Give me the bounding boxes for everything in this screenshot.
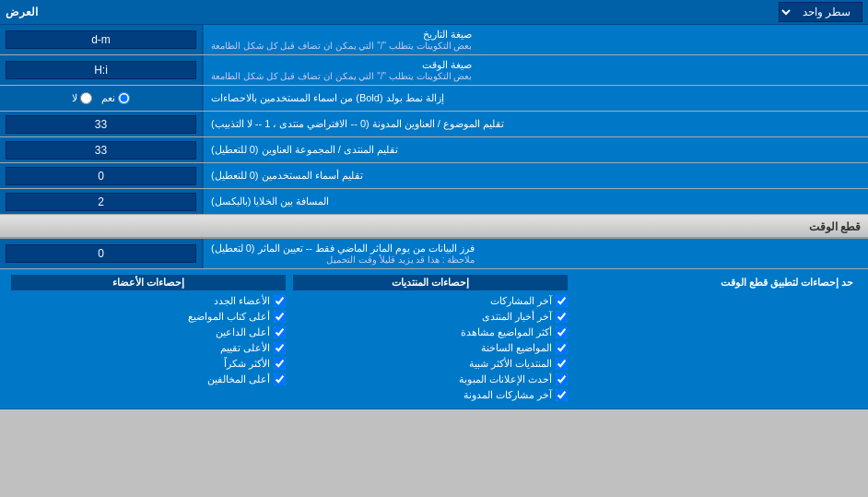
date-format-row: صيغة التاريخ بعض التكوينات يتطلب "/" الت… [0,25,868,55]
list-item: الأعضاء الجدد [11,293,286,309]
list-item: أعلى المخالفين [11,372,286,387]
forum-group-label: تقليم المنتدى / المجموعة العناوين (0 للت… [203,137,868,162]
cutoff-section-header: قطع الوقت [0,215,868,239]
list-item: آخر أخبار المنتدى [293,309,568,325]
topic-title-row: تقليم الموضوع / العناوين المدونة (0 -- ا… [0,112,868,137]
cb-last-news[interactable] [556,311,568,323]
distance-row: المسافة بين الخلايا (بالبكسل) [0,189,868,215]
cb-new-members[interactable] [274,295,286,307]
topic-title-label: تقليم الموضوع / العناوين المدونة (0 -- ا… [203,112,868,136]
cb-most-thanks[interactable] [274,358,286,370]
cutoff-input[interactable] [6,244,196,263]
cb-latest-classifieds[interactable] [556,373,568,385]
forum-group-input[interactable] [6,141,196,160]
list-item: الأكثر شكراً [11,356,286,372]
top-header: سطر واحد سطرين ثلاثة أسطر العرض [0,0,868,25]
cb-top-rated[interactable] [274,342,286,354]
list-item: أحدث الإعلانات المبوبة [293,372,568,387]
radio-yes[interactable] [118,92,130,104]
display-dropdown[interactable]: سطر واحد سطرين ثلاثة أسطر [779,2,862,22]
cutoff-label: فرز البيانات من يوم الماثر الماضي فقط --… [203,239,868,268]
topic-title-input[interactable] [6,115,196,134]
cutoff-row: فرز البيانات من يوم الماثر الماضي فقط --… [0,239,868,269]
cb-last-posts[interactable] [556,295,568,307]
radio-yes-label[interactable]: نعم [101,92,130,104]
radio-no-label[interactable]: لا [72,92,92,104]
cutoff-input-wrap [0,239,203,268]
time-format-input[interactable] [6,61,196,79]
main-container: سطر واحد سطرين ثلاثة أسطر العرض صيغة الت… [0,0,868,409]
cb-most-viewed[interactable] [556,326,568,338]
forum-group-input-wrap [0,137,203,162]
usernames-input-wrap [0,163,203,188]
time-format-label: صيغة الوقت بعض التكوينات يتطلب "/" التي … [203,55,868,85]
usernames-input[interactable] [6,167,196,185]
cb-top-violators[interactable] [274,373,286,385]
list-item: أكثر المواضيع مشاهدة [293,325,568,340]
date-format-input-wrap [0,25,203,54]
usernames-row: تقليم أسماء المستخدمين (0 للتعطيل) [0,163,868,189]
list-item: آخر المشاركات [293,293,568,309]
time-format-input-wrap [0,55,203,85]
member-stats-header: إحصاءات الأعضاء [11,275,286,290]
member-stats-col: إحصاءات الأعضاء الأعضاء الجدد أعلى كتاب … [7,275,289,403]
time-format-row: صيغة الوقت بعض التكوينات يتطلب "/" التي … [0,55,868,86]
bold-radio-group: نعم لا [65,92,137,104]
cb-top-inviters[interactable] [274,326,286,338]
header-left: سطر واحد سطرين ثلاثة أسطر [779,2,862,22]
cb-similar-forums[interactable] [556,358,568,370]
date-format-label: صيغة التاريخ بعض التكوينات يتطلب "/" الت… [203,25,868,54]
distance-input[interactable] [6,193,196,211]
forum-stats-header: إحصاءات المنتديات [293,275,568,290]
list-item: الأعلى تقييم [11,340,286,356]
usernames-label: تقليم أسماء المستخدمين (0 للتعطيل) [203,163,868,188]
cb-top-topic-writers[interactable] [274,311,286,323]
list-item: المنتديات الأكثر شبية [293,356,568,372]
header-right-label: العرض [6,6,38,18]
cb-last-blog-posts[interactable] [556,389,568,401]
cb-hot-topics[interactable] [556,342,568,354]
checkboxes-section: حد إحصاءات لتطبيق قطع الوقت إحصاءات المن… [0,269,868,409]
bold-remove-row: إزالة نمط بولد (Bold) من اسماء المستخدمي… [0,86,868,112]
radio-no[interactable] [80,92,92,104]
topic-title-input-wrap [0,112,203,136]
bold-remove-radio-wrap: نعم لا [0,86,203,111]
list-item: أعلى كتاب المواضيع [11,309,286,325]
forum-stats-col: إحصاءات المنتديات آخر المشاركات آخر أخبا… [289,275,571,403]
list-item: آخر مشاركات المدونة [293,387,568,403]
date-format-input[interactable] [6,30,196,49]
checkboxes-header-label: حد إحصاءات لتطبيق قطع الوقت [571,275,861,403]
bold-remove-label: إزالة نمط بولد (Bold) من اسماء المستخدمي… [203,86,868,111]
forum-group-row: تقليم المنتدى / المجموعة العناوين (0 للت… [0,137,868,163]
distance-input-wrap [0,189,203,214]
list-item: المواضيع الساخنة [293,340,568,356]
distance-label: المسافة بين الخلايا (بالبكسل) [203,189,868,214]
list-item: أعلى الداعين [11,325,286,340]
